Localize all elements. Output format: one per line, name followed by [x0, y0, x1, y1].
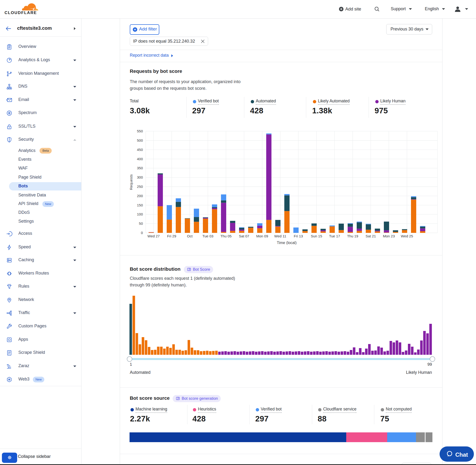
svg-text:Mon 23: Mon 23: [383, 234, 395, 238]
svg-text:450: 450: [137, 148, 143, 152]
svg-text:Wed 25: Wed 25: [401, 234, 413, 238]
svg-text:Fri 13: Fri 13: [294, 234, 303, 238]
svg-text:200: 200: [137, 194, 143, 198]
svg-text:Wed 27: Wed 27: [148, 234, 159, 238]
svg-text:Sat 07: Sat 07: [239, 234, 249, 238]
svg-text:Thu 05: Thu 05: [221, 234, 232, 238]
svg-text:150: 150: [137, 203, 143, 207]
svg-text:Wed 11: Wed 11: [274, 234, 286, 238]
svg-text:Tue 17: Tue 17: [329, 234, 340, 238]
svg-text:500: 500: [137, 138, 143, 142]
svg-text:Sat 21: Sat 21: [366, 234, 376, 238]
svg-text:0: 0: [141, 231, 143, 235]
svg-text:Time (local): Time (local): [277, 241, 297, 245]
svg-text:Sun 15: Sun 15: [311, 234, 322, 238]
svg-text:Thu 19: Thu 19: [347, 234, 358, 238]
svg-text:Tue 03: Tue 03: [202, 234, 213, 238]
svg-text:400: 400: [137, 157, 143, 161]
svg-text:50: 50: [139, 222, 143, 225]
svg-text:100: 100: [137, 212, 143, 216]
svg-text:Mon 09: Mon 09: [256, 234, 268, 238]
svg-text:300: 300: [137, 175, 143, 179]
svg-text:Fri 29: Fri 29: [167, 234, 176, 238]
svg-text:350: 350: [137, 166, 143, 170]
svg-text:550: 550: [137, 129, 143, 133]
svg-text:Requests: Requests: [129, 174, 133, 190]
svg-text:250: 250: [137, 185, 143, 189]
svg-text:Oct: Oct: [187, 234, 193, 238]
